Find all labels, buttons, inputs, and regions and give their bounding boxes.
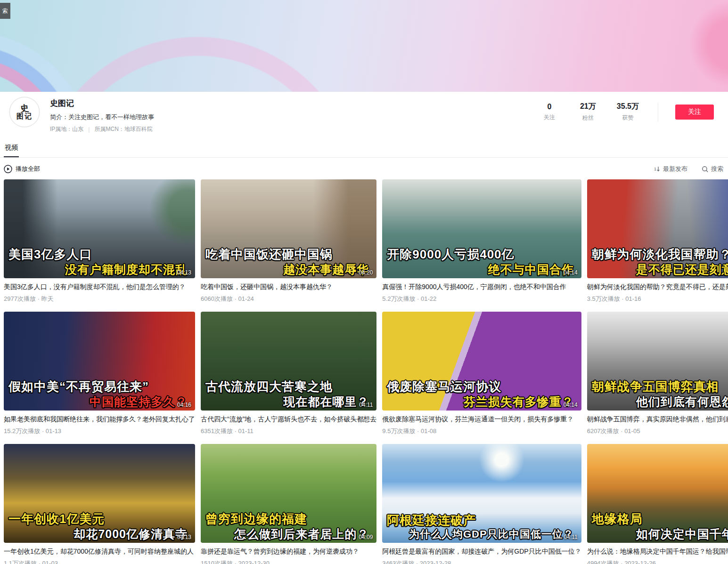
channel-bio: 简介：关注史图记，看不一样地理故事 — [50, 113, 540, 121]
video-card[interactable]: 一年创收1亿美元 却花7000亿修清真寺 04:13 一年创收1亿美元，却花70… — [4, 444, 195, 564]
video-card[interactable]: 朝鲜战争五国博弈真相 他们到底有何恩怨情仇？ 06:55 朝鲜战争五国博弈，真实… — [587, 312, 728, 435]
video-card[interactable]: 吃着中国饭还砸中国锅 越没本事越辱华 04:20 吃着中国饭，还砸中国锅，越没本… — [201, 179, 376, 303]
video-meta: 3463次播放 · 2023-12-28 — [382, 559, 581, 564]
video-meta: 3.5万次播放 · 01-16 — [587, 295, 728, 303]
stat-followers-value: 21万 — [578, 102, 598, 112]
thumbnail-overlay-line2: 是不得已还是刻意为之？ — [587, 262, 728, 277]
search-overlay-fragment: 索 — [0, 3, 10, 19]
thumbnail-overlay-line1: 假如中美“不再贸易往来” — [4, 379, 195, 395]
video-duration: 04:14 — [564, 269, 578, 276]
video-duration: 04:11 — [359, 402, 373, 408]
video-thumbnail[interactable]: 朝鲜战争五国博弈真相 他们到底有何恩怨情仇？ 06:55 — [587, 312, 728, 411]
video-thumbnail[interactable]: 一年创收1亿美元 却花7000亿修清真寺 04:13 — [4, 444, 195, 543]
channel-banner — [0, 0, 728, 92]
play-circle-icon — [4, 165, 12, 173]
channel-ip-row: IP属地：山东 | 所属MCN：地球百科院 — [50, 125, 540, 133]
video-card[interactable]: 朝鲜为何淡化我国帮助？ 是不得已还是刻意为之？ 04:14 朝鲜为何淡化我国的帮… — [587, 179, 728, 303]
video-thumbnail[interactable]: 古代流放四大苦寒之地 现在都在哪里？ 04:11 — [201, 312, 376, 411]
video-thumbnail[interactable]: 吃着中国饭还砸中国锅 越没本事越辱华 04:20 — [201, 179, 376, 278]
video-thumbnail[interactable]: 阿根廷接连破产 为什么人均GDP只比中国低一位？ 04:11 — [382, 444, 581, 543]
video-title[interactable]: 吃着中国饭，还砸中国锅，越没本事越仇华？ — [201, 283, 376, 291]
video-card[interactable]: 地缘格局 如何决定中国千年国运？ 06:59 为什么说：地缘格局决定中国千年国运… — [587, 444, 728, 564]
thumbnail-overlay-line2: 为什么人均GDP只比中国低一位？ — [382, 528, 581, 541]
stat-likes-value: 35.5万 — [617, 102, 639, 112]
thumbnail-overlay-line1: 古代流放四大苦寒之地 — [201, 379, 376, 395]
video-card[interactable]: 曾穷到边缘的福建 怎么做到后来者居上的？ 04:09 靠拼还是靠运气？曾穷到边缘… — [201, 444, 376, 564]
video-card[interactable]: 假如中美“不再贸易往来” 中国能坚持多久？ 04:16 如果老美彻底和我国断绝往… — [4, 312, 195, 435]
video-title[interactable]: 一年创收1亿美元，却花7000亿修清真寺，可同时容纳整座城的人 — [4, 548, 195, 556]
thumbnail-overlay-line2: 现在都在哪里？ — [201, 395, 376, 409]
video-title[interactable]: 靠拼还是靠运气？曾穷到边缘的福建，为何逆袭成功？ — [201, 548, 376, 556]
video-duration: 04:13 — [177, 269, 191, 276]
sort-button[interactable]: 1 最新发布 — [654, 165, 687, 173]
video-thumbnail[interactable]: 美国3亿多人口 没有户籍制度却不混乱 04:13 — [4, 179, 195, 278]
follow-button[interactable]: 关注 — [675, 105, 714, 120]
stat-followers-label: 粉丝 — [578, 114, 598, 122]
video-card[interactable]: 古代流放四大苦寒之地 现在都在哪里？ 04:11 古代四大“流放”地，古人宁愿斩… — [201, 312, 376, 435]
thumbnail-overlay-line2: 如何决定中国千年国运？ — [587, 527, 728, 541]
thumbnail-overlay-line1: 曾穷到边缘的福建 — [201, 512, 376, 527]
avatar-text-top: 史 — [20, 104, 29, 113]
thumbnail-overlay-line1: 地缘格局 — [587, 512, 728, 527]
thumbnail-overlay-line2: 没有户籍制度却不混乱 — [4, 262, 195, 277]
search-button[interactable]: 搜索 — [702, 165, 723, 173]
video-meta: 6207次播放 · 01-05 — [587, 427, 728, 435]
video-title[interactable]: 真倔强！开除9000人亏损400亿，宁愿倒闭，也绝不和中国合作 — [382, 283, 581, 291]
video-thumbnail[interactable]: 曾穷到边缘的福建 怎么做到后来者居上的？ 04:09 — [201, 444, 376, 543]
stat-followers[interactable]: 21万 粉丝 — [578, 102, 598, 122]
video-thumbnail[interactable]: 开除9000人亏损400亿 绝不与中国合作 04:14 — [382, 179, 581, 278]
search-icon — [702, 166, 709, 173]
video-card[interactable]: 俄废除塞马运河协议 芬兰损失有多惨重？ 04:14 俄欲废除塞马运河协议，芬兰海… — [382, 312, 581, 435]
sort-icon: 1 — [654, 166, 661, 173]
video-card[interactable]: 阿根廷接连破产 为什么人均GDP只比中国低一位？ 04:11 阿根廷曾是最富有的… — [382, 444, 581, 564]
thumbnail-overlay-line2: 绝不与中国合作 — [382, 262, 581, 277]
thumbnail-overlay-line1: 一年创收1亿美元 — [4, 512, 195, 527]
video-meta: 15.2万次播放 · 01-13 — [4, 427, 195, 435]
tab-bar: 视频 — [0, 139, 728, 158]
video-card[interactable]: 美国3亿多人口 没有户籍制度却不混乱 04:13 美国3亿多人口，没有户籍制度却… — [4, 179, 195, 303]
stat-following[interactable]: 0 关注 — [540, 103, 559, 121]
video-meta: 9.5万次播放 · 01-08 — [382, 427, 581, 435]
stat-following-value: 0 — [540, 103, 559, 111]
video-thumbnail[interactable]: 朝鲜为何淡化我国帮助？ 是不得已还是刻意为之？ 04:14 — [587, 179, 728, 278]
video-duration: 04:11 — [564, 534, 578, 540]
stat-following-label: 关注 — [540, 113, 559, 121]
ip-location: IP属地：山东 — [50, 125, 83, 133]
video-title[interactable]: 朝鲜战争五国博弈，真实原因绝非偶然，他们到底有何恩怨情仇？ — [587, 415, 728, 424]
video-meta: 6060次播放 · 01-24 — [201, 295, 376, 303]
stats-divider — [658, 103, 658, 121]
video-meta: 2977次播放 · 昨天 — [4, 295, 195, 303]
video-thumbnail[interactable]: 假如中美“不再贸易往来” 中国能坚持多久？ 04:16 — [4, 312, 195, 411]
svg-text:1: 1 — [654, 167, 656, 171]
video-title[interactable]: 古代四大“流放”地，古人宁愿斩头也不去，如今挤破头都想去 — [201, 415, 376, 424]
play-all-button[interactable]: 播放全部 — [4, 165, 40, 173]
video-grid: 美国3亿多人口 没有户籍制度却不混乱 04:13 美国3亿多人口，没有户籍制度却… — [0, 179, 728, 564]
video-title[interactable]: 阿根廷曾是最富有的国家，却接连破产，为何GDP只比中国低一位？ — [382, 548, 581, 556]
mcn-label: 所属MCN：地球百科院 — [94, 125, 152, 133]
video-duration: 04:13 — [177, 534, 191, 540]
thumbnail-overlay-line1: 朝鲜为何淡化我国帮助？ — [587, 247, 728, 262]
video-title[interactable]: 美国3亿多人口，没有户籍制度却不混乱，他们是怎么管理的？ — [4, 283, 195, 291]
avatar[interactable]: 史 图记 — [9, 97, 40, 127]
thumbnail-overlay-line2: 中国能坚持多久？ — [4, 395, 195, 409]
video-thumbnail[interactable]: 俄废除塞马运河协议 芬兰损失有多惨重？ 04:14 — [382, 312, 581, 411]
thumbnail-overlay-line1: 美国3亿多人口 — [4, 247, 195, 262]
video-title[interactable]: 为什么说：地缘格局决定中国千年国运？给我国带来怎样的影响？ — [587, 548, 728, 556]
search-label: 搜索 — [711, 165, 723, 173]
thumbnail-overlay-line1: 朝鲜战争五国博弈真相 — [587, 379, 728, 395]
video-thumbnail[interactable]: 地缘格局 如何决定中国千年国运？ 06:59 — [587, 444, 728, 543]
avatar-text-bottom: 图记 — [16, 113, 33, 121]
ip-divider: | — [88, 126, 90, 133]
stat-likes-label: 获赞 — [617, 114, 639, 122]
video-meta: 6351次播放 · 01-11 — [201, 427, 376, 435]
thumbnail-overlay-line1: 吃着中国饭还砸中国锅 — [201, 247, 376, 262]
channel-stats: 0 关注 21万 粉丝 35.5万 获赞 — [540, 102, 639, 122]
video-card[interactable]: 开除9000人亏损400亿 绝不与中国合作 04:14 真倔强！开除9000人亏… — [382, 179, 581, 303]
video-title[interactable]: 朝鲜为何淡化我国的帮助？究竟是不得已，还是刻意而为之？ — [587, 283, 728, 291]
thumbnail-overlay-line1: 阿根廷接连破产 — [382, 513, 581, 528]
stat-likes[interactable]: 35.5万 获赞 — [617, 102, 639, 122]
video-title[interactable]: 俄欲废除塞马运河协议，芬兰海运通道一但关闭，损失有多惨重？ — [382, 415, 581, 424]
video-title[interactable]: 如果老美彻底和我国断绝往来，我们能撑多久？老外回复太扎心了 — [4, 415, 195, 424]
tab-videos[interactable]: 视频 — [4, 139, 19, 157]
thumbnail-overlay-line2: 越没本事越辱华 — [201, 262, 376, 277]
